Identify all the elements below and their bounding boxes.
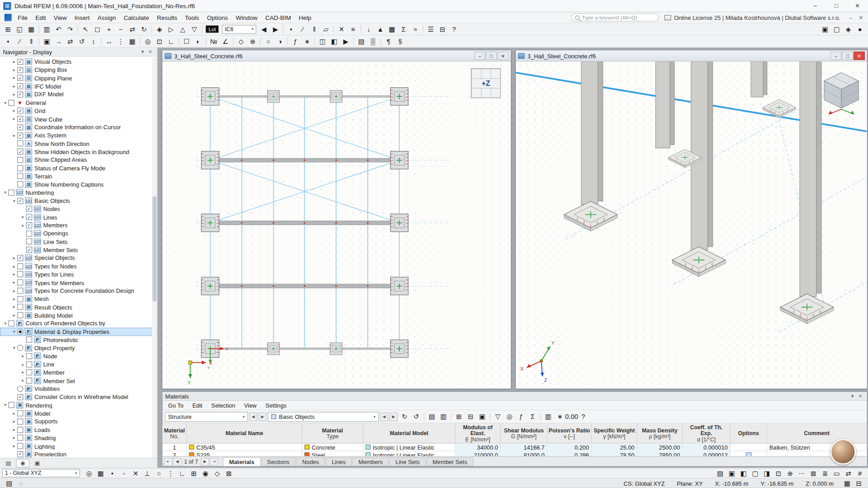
table-fx[interactable]: ƒ xyxy=(515,412,527,422)
basic-objects-combobox[interactable]: Basic Objects▾ xyxy=(268,412,379,422)
work-plane-xy[interactable]: ◇ xyxy=(211,468,223,478)
user-functions[interactable]: ƒ xyxy=(289,36,301,46)
snap-intersection[interactable]: ✕ xyxy=(130,468,142,478)
menu-item[interactable]: Edit xyxy=(32,13,50,22)
table-filter[interactable]: ▽ xyxy=(492,412,504,422)
tree-item-checkbox[interactable] xyxy=(26,222,32,228)
viewport-title-bar[interactable]: 3_Hall_Steel_Concrete.rf6 – □ ✕ xyxy=(516,51,867,62)
tree-item[interactable]: ▣ Lighting xyxy=(0,442,157,450)
insert-member[interactable]: ‖ xyxy=(308,24,320,34)
tree-item-checkbox[interactable] xyxy=(17,288,23,294)
calculate-all[interactable]: Σ xyxy=(398,24,410,34)
expander-icon[interactable] xyxy=(11,419,17,424)
background-layers[interactable]: ▤ xyxy=(355,36,367,46)
first-table-button[interactable]: ⇤ xyxy=(164,458,172,465)
edit-line[interactable]: ∕ xyxy=(14,36,26,46)
dimensions[interactable]: ↔ xyxy=(103,36,115,46)
table-tab[interactable]: Members xyxy=(352,457,389,466)
grid-dots-toggle[interactable]: ⋯ xyxy=(796,468,808,478)
numbering[interactable]: № xyxy=(208,36,220,46)
insert-node[interactable]: • xyxy=(285,24,297,34)
tree-item[interactable]: 123 Special Objects xyxy=(0,254,157,262)
tree-item[interactable]: 123 Types for Members xyxy=(0,278,157,286)
expander-icon[interactable] xyxy=(2,403,8,408)
selection-lock[interactable]: ⊠ xyxy=(807,468,819,478)
tree-item[interactable]: ◩ Material & Display Properties xyxy=(0,328,157,336)
tree-item-checkbox[interactable] xyxy=(17,181,23,187)
tree-item-checkbox[interactable] xyxy=(26,239,32,244)
menu-item[interactable]: Tools xyxy=(181,13,203,22)
select-objects[interactable]: ↖ xyxy=(80,24,92,34)
scale-object[interactable]: ↕ xyxy=(88,36,99,46)
expander-icon[interactable] xyxy=(11,117,17,122)
tree-item[interactable]: ◩ Visibilities xyxy=(0,385,157,393)
column-header[interactable]: Modulus of Elast.E [N/mm²] xyxy=(455,423,501,443)
tree-item[interactable]: 123 Numbering xyxy=(0,188,157,197)
column-header[interactable]: Options xyxy=(731,423,767,443)
view-cube[interactable]: +Z xyxy=(471,68,501,98)
undo[interactable]: ↶ xyxy=(53,24,65,34)
window-close-button[interactable]: ✕ xyxy=(847,0,868,12)
view-in-z[interactable]: ▽ xyxy=(189,24,200,34)
tree-item-checkbox[interactable] xyxy=(26,247,32,253)
supports[interactable]: ▲ xyxy=(374,24,386,34)
close-icon[interactable]: ✕ xyxy=(146,49,154,54)
camera-fly[interactable]: ▶ xyxy=(340,36,352,46)
tree-item-checkbox[interactable] xyxy=(17,149,23,155)
tree-item[interactable]: ▧ Show Clipped Areas xyxy=(0,156,157,164)
tree-item[interactable]: ▣ Shading xyxy=(0,434,157,442)
panel-small-toggle[interactable]: ⊟ xyxy=(853,478,865,488)
ortho-mode[interactable]: ∟ xyxy=(165,36,177,46)
object-snap[interactable]: ◎ xyxy=(142,36,154,46)
tree-item[interactable]: ◩ Consider Colors in Wireframe Model xyxy=(0,393,157,401)
table-tab[interactable]: Sections xyxy=(261,457,295,466)
snap-node[interactable]: • xyxy=(107,468,118,478)
expander-icon[interactable] xyxy=(11,255,17,260)
tree-item-checkbox[interactable] xyxy=(17,263,23,269)
mirror-object[interactable]: ⇄ xyxy=(64,36,76,46)
tree-item-checkbox[interactable] xyxy=(17,67,23,73)
expander-icon[interactable] xyxy=(11,198,17,203)
delete-objects[interactable]: ✕ xyxy=(336,24,348,34)
materials-menu-item[interactable]: Selection xyxy=(207,401,240,409)
expander-icon[interactable] xyxy=(11,84,17,89)
tree-item-checkbox[interactable] xyxy=(17,279,23,285)
navigator-tab-data[interactable]: ▤ xyxy=(2,459,15,467)
tree-item-checkbox[interactable] xyxy=(8,189,14,195)
settings[interactable]: ∗ xyxy=(301,36,313,46)
plan-view-canvas[interactable]: X Y X Y x/y/t = 1.500/1.500/0.400 mx/y/t… xyxy=(162,61,510,389)
tree-item-checkbox[interactable] xyxy=(17,394,23,400)
mesh-generate[interactable]: ▩ xyxy=(386,24,398,34)
tree-item[interactable]: 123 Lines xyxy=(0,213,157,221)
expander-icon[interactable] xyxy=(20,378,26,383)
table-find[interactable]: ◎ xyxy=(504,412,515,422)
table-settings[interactable]: ∗ xyxy=(554,412,566,422)
print[interactable]: ▥ xyxy=(41,24,53,34)
next-table-button[interactable]: ▶ xyxy=(259,412,267,421)
tree-item[interactable]: ▣ Loads xyxy=(0,426,157,434)
tree-item-checkbox[interactable] xyxy=(17,418,23,424)
tree-item-checkbox[interactable] xyxy=(17,173,23,179)
tree-item-checkbox[interactable] xyxy=(17,345,23,351)
tree-item-checkbox[interactable] xyxy=(26,337,32,343)
menu-item[interactable]: Options xyxy=(203,13,232,22)
insert-surface[interactable]: ▱ xyxy=(320,24,332,34)
select-special[interactable]: ◐ xyxy=(193,36,204,46)
ic6-combobox[interactable]: IC6▾ xyxy=(222,25,256,34)
expander-icon[interactable] xyxy=(11,436,17,441)
tree-item[interactable]: ▣ Model xyxy=(0,409,157,418)
column-header[interactable]: Mass Densityρ [kg/m³] xyxy=(637,423,683,443)
transparency-toggle[interactable]: ◨ xyxy=(761,468,773,478)
tree-item[interactable]: 123 Types for Nodes xyxy=(0,262,157,270)
render-settings[interactable]: ◈ xyxy=(843,24,854,34)
table-print[interactable]: ▥ xyxy=(542,412,554,422)
tree-item[interactable]: ◩ Object Property xyxy=(0,344,157,352)
snap-settings[interactable]: ◎ xyxy=(83,468,95,478)
expander-icon[interactable] xyxy=(11,75,17,80)
insert-line[interactable]: ∕ xyxy=(297,24,309,34)
tree-item-checkbox[interactable] xyxy=(17,255,23,261)
tree-item[interactable]: ▦ Coordinate Information on Cursor xyxy=(0,123,157,131)
snap-perpendicular[interactable]: ⊥ xyxy=(142,468,153,478)
ortho-toggle[interactable]: ∟ xyxy=(176,468,188,478)
view-in-y[interactable]: △ xyxy=(177,24,189,34)
